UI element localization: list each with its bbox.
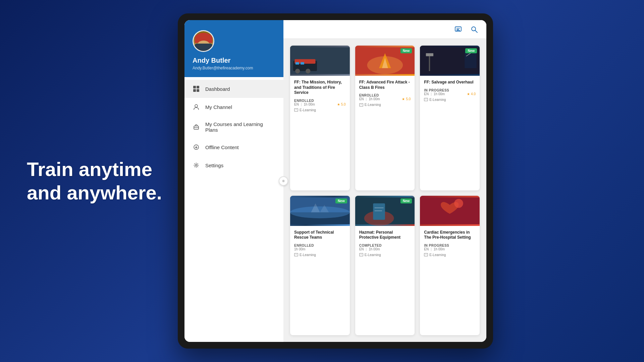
- course-lang-time-4: EN | 1h 00m: [359, 247, 380, 251]
- course-lang-time-2: EN | 1h 00m: [424, 92, 445, 96]
- star-rating-2: ★ 4.0: [467, 92, 476, 96]
- thumb-graphic-5: [420, 196, 480, 226]
- svg-point-5: [196, 165, 197, 166]
- elearning-icon-0: [294, 108, 298, 112]
- svg-rect-20: [294, 109, 298, 111]
- sidebar-item-my-channel[interactable]: My Channel: [184, 98, 283, 116]
- course-thumbnail-1: New: [355, 46, 415, 76]
- svg-rect-26: [360, 104, 363, 106]
- top-bar: [283, 20, 486, 39]
- svg-point-16: [295, 69, 300, 73]
- svg-rect-44: [373, 203, 385, 220]
- course-title-4: Hazmat: Personal Protective Equipment: [359, 230, 411, 240]
- person-icon: [193, 103, 200, 111]
- course-type-3: E-Learning: [294, 253, 346, 257]
- svg-point-17: [306, 69, 310, 73]
- new-badge-4: New: [400, 198, 412, 203]
- hero-line2: and anywhere.: [27, 182, 162, 203]
- svg-rect-33: [424, 98, 428, 101]
- thumb-graphic-0: [290, 46, 350, 76]
- status-badge-5: IN PROGRESS: [424, 244, 476, 247]
- course-lang-time-0: EN | 1h 00m: [294, 103, 315, 106]
- new-badge-3: New: [335, 198, 347, 203]
- svg-rect-47: [360, 253, 363, 256]
- course-lang-time-1: EN | 1h 00m: [359, 97, 380, 101]
- avatar: [193, 30, 214, 52]
- elearning-icon-3: [294, 253, 298, 256]
- course-lang-time-5: EN | 1h 00m: [424, 247, 445, 251]
- new-badge-2: New: [465, 48, 477, 53]
- messages-button[interactable]: [453, 24, 464, 35]
- course-title-5: Cardiac Emergencies in The Pre-Hospital …: [424, 230, 476, 240]
- gear-icon: [193, 162, 200, 169]
- hero-section: Train anytime and anywhere.: [27, 158, 162, 204]
- course-info-0: FF: The Mission, History, and Traditions…: [290, 76, 350, 190]
- elearning-icon-2: [424, 98, 428, 101]
- avatar-graphic: [194, 31, 213, 51]
- svg-point-0: [195, 105, 198, 107]
- course-grid: FF: The Mission, History, and Traditions…: [283, 39, 486, 342]
- course-card-0[interactable]: FF: The Mission, History, and Traditions…: [290, 46, 350, 190]
- course-info-3: Support of Technical Rescue Teams ENROLL…: [290, 226, 350, 335]
- svg-rect-40: [294, 253, 298, 256]
- course-title-2: FF: Salvage and Overhaul: [424, 80, 476, 85]
- star-rating-0: ★ 5.0: [337, 103, 346, 106]
- new-badge-1: New: [400, 48, 412, 53]
- status-badge-2: IN PROGRESS: [424, 88, 476, 92]
- course-info-5: Cardiac Emergencies in The Pre-Hospital …: [420, 226, 480, 335]
- svg-rect-32: [426, 53, 433, 56]
- elearning-icon-1: [359, 103, 363, 107]
- download-icon: [193, 143, 200, 151]
- elearning-icon-4: [359, 253, 363, 256]
- sidebar-nav: Dashboard My Channel: [184, 77, 283, 342]
- course-thumbnail-0: [290, 46, 350, 76]
- briefcase-icon: [193, 123, 200, 131]
- svg-rect-51: [424, 253, 428, 256]
- course-card-4[interactable]: New Hazmat: Personal Protective Equipmen…: [355, 196, 415, 335]
- svg-rect-8: [455, 27, 461, 31]
- search-button[interactable]: [469, 24, 480, 35]
- sidebar-label-offline: Offline Content: [205, 144, 239, 150]
- user-email: Andy.Butler@thefireacademy.com: [193, 66, 275, 70]
- course-type-5: E-Learning: [424, 253, 476, 257]
- elearning-icon-5: [424, 253, 428, 256]
- course-card-3[interactable]: New Support of Technical Rescue Teams EN…: [290, 196, 350, 335]
- status-badge-4: COMPLETED: [359, 244, 411, 247]
- status-badge-3: ENROLLED: [294, 244, 346, 247]
- course-type-0: E-Learning: [294, 108, 346, 112]
- hero-line1: Train anytime: [27, 158, 152, 180]
- sidebar-label-settings: Settings: [205, 163, 223, 168]
- tablet-device: Andy Butler Andy.Butler@thefireacademy.c…: [178, 13, 493, 349]
- status-badge-0: ENROLLED: [294, 99, 346, 103]
- course-thumbnail-2: New: [420, 46, 480, 76]
- avatar-body: [194, 44, 213, 51]
- svg-rect-31: [429, 56, 430, 71]
- status-badge-1: ENROLLED: [359, 94, 411, 97]
- course-lang-time-3: 1h 00m: [294, 247, 305, 251]
- sidebar-label-my-channel: My Channel: [205, 104, 232, 110]
- sidebar-toggle-button[interactable]: [279, 176, 288, 186]
- course-card-5[interactable]: Cardiac Emergencies in The Pre-Hospital …: [420, 196, 480, 335]
- sidebar-label-dashboard: Dashboard: [205, 86, 230, 92]
- course-info-4: Hazmat: Personal Protective Equipment CO…: [355, 226, 415, 335]
- tablet-screen: Andy Butler Andy.Butler@thefireacademy.c…: [184, 20, 486, 342]
- course-thumbnail-3: New: [290, 196, 350, 226]
- course-type-4: E-Learning: [359, 253, 411, 257]
- svg-line-12: [475, 31, 477, 33]
- svg-point-11: [472, 27, 476, 31]
- sidebar: Andy Butler Andy.Butler@thefireacademy.c…: [184, 20, 283, 342]
- course-card-2[interactable]: New FF: Salvage and Overhaul IN PROGRESS…: [420, 46, 480, 190]
- sidebar-label-courses: My Courses and Learning Plans: [205, 121, 275, 133]
- svg-point-50: [454, 199, 463, 208]
- sidebar-item-settings[interactable]: Settings: [184, 156, 283, 174]
- sidebar-item-courses[interactable]: My Courses and Learning Plans: [184, 116, 283, 138]
- course-card-1[interactable]: New FF: Advanced Fire Attack - Class B F…: [355, 46, 415, 190]
- course-title-3: Support of Technical Rescue Teams: [294, 230, 346, 240]
- hero-title: Train anytime and anywhere.: [27, 158, 162, 204]
- sidebar-item-offline[interactable]: Offline Content: [184, 138, 283, 156]
- svg-rect-18: [296, 62, 299, 64]
- sidebar-item-dashboard[interactable]: Dashboard: [184, 80, 283, 98]
- course-title-1: FF: Advanced Fire Attack - Class B Fires: [359, 80, 411, 90]
- star-rating-1: ★ 5.0: [402, 97, 411, 101]
- course-info-1: FF: Advanced Fire Attack - Class B Fires…: [355, 76, 415, 190]
